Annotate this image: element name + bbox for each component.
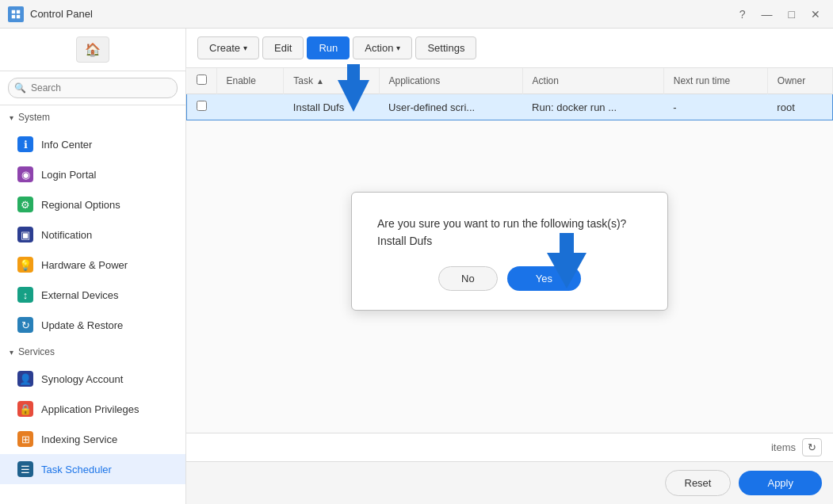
hardware-power-icon: 💡 (17, 257, 33, 273)
login-portal-icon: ◉ (17, 166, 33, 182)
sidebar-item-external-devices[interactable]: ↕ External Devices (0, 280, 185, 310)
action-button[interactable]: Action ▾ (353, 36, 412, 59)
toolbar: Create ▾ Edit Run Action ▾ Settings (186, 29, 833, 68)
minimize-button[interactable]: — (757, 6, 778, 22)
window-title: Control Panel (30, 8, 93, 20)
regional-options-icon: ⚙ (17, 197, 33, 212)
sidebar-label-regional-options: Regional Options (41, 199, 120, 211)
col-task[interactable]: Task ▲ (284, 68, 379, 94)
sidebar-label-info-center: Info Center (41, 139, 92, 151)
refresh-button[interactable]: ↻ (802, 438, 822, 456)
close-button[interactable]: ✕ (806, 6, 825, 22)
row-applications: User-defined scri... (379, 94, 522, 120)
sidebar-label-login-portal: Login Portal (41, 169, 96, 181)
external-devices-icon: ↕ (17, 287, 33, 303)
run-button[interactable]: Run (307, 36, 350, 59)
sidebar-label-update-restore: Update & Restore (41, 319, 123, 331)
sidebar-label-hardware-power: Hardware & Power (41, 259, 128, 271)
row-task: Install Dufs (284, 94, 379, 120)
sidebar: 🏠 🔍 ▾ System ℹ Info Center ◉ Login Porta… (0, 29, 186, 504)
sidebar-label-synology-account: Synology Account (41, 373, 123, 385)
reset-button[interactable]: Reset (665, 470, 732, 496)
sidebar-item-info-center[interactable]: ℹ Info Center (0, 129, 185, 159)
row-action: Run: docker run ... (522, 94, 663, 120)
task-table: Enable Task ▲ Applications Actio (186, 68, 833, 120)
col-action: Action (522, 68, 663, 94)
search-input[interactable] (8, 78, 178, 98)
sidebar-label-notification: Notification (41, 229, 92, 241)
sidebar-item-application-privileges[interactable]: 🔒 Application Privileges (0, 394, 185, 424)
sidebar-home: 🏠 (0, 29, 185, 71)
dialog-no-button[interactable]: No (438, 266, 498, 291)
apply-button[interactable]: Apply (739, 471, 822, 495)
system-section-header[interactable]: ▾ System (0, 105, 185, 129)
maximize-button[interactable]: □ (784, 6, 800, 22)
sidebar-item-login-portal[interactable]: ◉ Login Portal (0, 159, 185, 189)
sidebar-label-task-scheduler: Task Scheduler (41, 464, 112, 475)
action-bar: Reset Apply (186, 461, 833, 504)
sidebar-item-task-scheduler[interactable]: ☰ Task Scheduler (0, 454, 185, 484)
sidebar-search-container: 🔍 (0, 71, 185, 105)
row-checkbox[interactable] (197, 101, 207, 111)
services-chevron-icon: ▾ (10, 348, 13, 357)
select-all-checkbox[interactable] (197, 74, 207, 85)
action-dropdown-arrow: ▾ (396, 44, 400, 52)
indexing-service-icon: ⊞ (17, 431, 33, 447)
task-scheduler-icon: ☰ (17, 461, 33, 477)
dialog-yes-button[interactable]: Yes (507, 266, 581, 291)
notification-icon: ▣ (17, 227, 33, 242)
sidebar-label-external-devices: External Devices (41, 289, 119, 301)
title-bar-controls: ? — □ ✕ (735, 6, 825, 22)
confirmation-dialog: Are you sure you want to run the followi… (351, 192, 668, 311)
svg-rect-1 (17, 10, 20, 13)
dialog-message: Are you sure you want to run the followi… (377, 215, 642, 250)
title-bar-left: Control Panel (8, 6, 93, 22)
row-owner: root (767, 94, 832, 120)
sidebar-item-indexing-service[interactable]: ⊞ Indexing Service (0, 424, 185, 454)
title-bar: Control Panel ? — □ ✕ (0, 0, 833, 29)
task-sort-icon: ▲ (316, 77, 324, 86)
row-enable (216, 94, 284, 120)
col-owner: Owner (767, 68, 832, 94)
update-restore-icon: ↻ (17, 317, 33, 333)
sidebar-label-indexing-service: Indexing Service (41, 433, 117, 445)
items-label: items (771, 441, 796, 453)
search-icon: 🔍 (14, 82, 26, 94)
help-button[interactable]: ? (735, 6, 751, 22)
table-row[interactable]: Install Dufs User-defined scri... Run: d… (187, 94, 833, 120)
col-next-run-time: Next run time (663, 68, 767, 94)
application-privileges-icon: 🔒 (17, 401, 33, 417)
svg-rect-0 (12, 10, 15, 13)
home-button[interactable]: 🏠 (76, 36, 109, 63)
dialog-task-name: Install Dufs (377, 235, 432, 247)
app-icon (8, 6, 24, 22)
svg-rect-3 (17, 14, 20, 17)
col-applications: Applications (379, 68, 522, 94)
system-section-label: System (18, 112, 50, 123)
sidebar-item-notification[interactable]: ▣ Notification (0, 220, 185, 250)
info-center-icon: ℹ (17, 136, 33, 152)
synology-account-icon: 👤 (17, 371, 33, 387)
col-checkbox (187, 68, 217, 94)
create-dropdown-arrow: ▾ (243, 44, 247, 52)
services-section-header[interactable]: ▾ Services (0, 340, 185, 364)
dialog-buttons: No Yes (377, 266, 642, 291)
col-enable: Enable (216, 68, 284, 94)
bottom-bar: items ↻ (186, 433, 833, 461)
row-checkbox-cell (187, 94, 217, 120)
edit-button[interactable]: Edit (262, 36, 304, 59)
row-next-run-time: - (663, 94, 767, 120)
create-button[interactable]: Create ▾ (197, 36, 259, 59)
settings-button[interactable]: Settings (415, 36, 476, 59)
sidebar-label-application-privileges: Application Privileges (41, 403, 139, 415)
system-chevron-icon: ▾ (10, 113, 13, 122)
svg-rect-2 (12, 14, 15, 17)
sidebar-item-synology-account[interactable]: 👤 Synology Account (0, 364, 185, 394)
services-section-label: Services (18, 346, 55, 357)
sidebar-item-regional-options[interactable]: ⚙ Regional Options (0, 189, 185, 220)
sidebar-item-update-restore[interactable]: ↻ Update & Restore (0, 310, 185, 340)
table-header-row: Enable Task ▲ Applications Actio (187, 68, 833, 94)
sidebar-item-hardware-power[interactable]: 💡 Hardware & Power (0, 250, 185, 280)
